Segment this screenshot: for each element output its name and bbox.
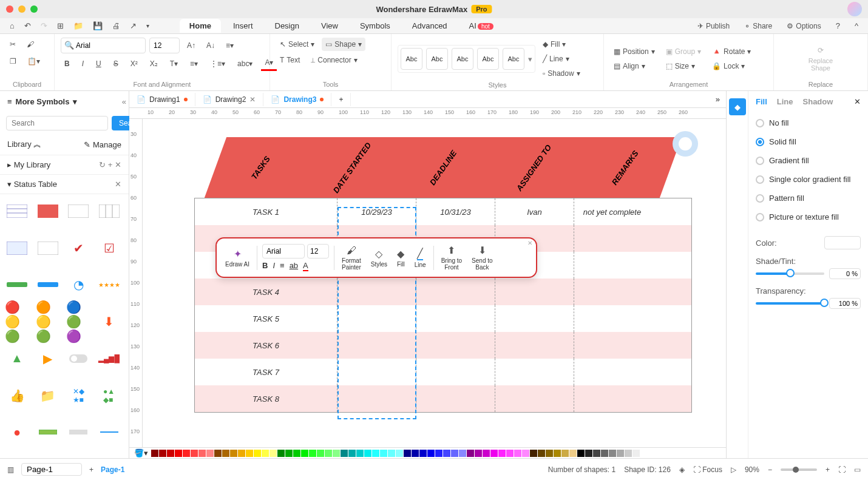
symbol-toggle[interactable] bbox=[66, 346, 90, 371]
replace-shape-button[interactable]: ⟳Replace Shape bbox=[805, 44, 836, 74]
color-swatch-item[interactable] bbox=[159, 450, 166, 457]
table-cell[interactable]: TASK 7 bbox=[195, 359, 337, 385]
user-avatar[interactable] bbox=[847, 2, 862, 16]
color-swatch-item[interactable] bbox=[175, 450, 182, 457]
symbol-table1[interactable] bbox=[5, 199, 29, 223]
context-line[interactable]: ╱Line bbox=[412, 246, 429, 269]
table-row[interactable]: TASK 4 bbox=[195, 279, 691, 305]
color-swatch-item[interactable] bbox=[538, 450, 545, 457]
edraw-ai-button[interactable]: ✦Edraw AI bbox=[223, 247, 252, 269]
increase-font-button[interactable]: A↑ bbox=[183, 39, 199, 52]
context-size-select[interactable] bbox=[307, 244, 329, 259]
color-swatch-item[interactable] bbox=[412, 450, 419, 457]
color-swatch-item[interactable] bbox=[554, 450, 561, 457]
italic-button[interactable]: I bbox=[78, 57, 87, 70]
table-cell[interactable] bbox=[416, 359, 495, 385]
color-swatch-item[interactable] bbox=[427, 450, 435, 457]
symbol-shapes1[interactable]: ✕◆★■ bbox=[66, 384, 90, 408]
table-cell[interactable] bbox=[416, 332, 495, 359]
color-swatch-item[interactable] bbox=[277, 450, 285, 457]
page-tab[interactable]: Page-1 bbox=[101, 465, 124, 474]
position-dropdown[interactable]: ▦ Position▾ bbox=[610, 45, 659, 58]
fill-option[interactable]: Picture or texture fill bbox=[756, 208, 861, 226]
fit-width-icon[interactable]: ▭ bbox=[854, 465, 861, 474]
symbol-table2[interactable] bbox=[36, 199, 60, 223]
color-swatch-item[interactable] bbox=[435, 450, 442, 457]
color-swatch-item[interactable] bbox=[167, 450, 174, 457]
symbol-table4[interactable] bbox=[97, 199, 121, 223]
outline-view-icon[interactable]: ▥ bbox=[7, 465, 14, 474]
group-dropdown[interactable]: ▣ Group▾ bbox=[662, 45, 705, 58]
decrease-font-button[interactable]: A↓ bbox=[203, 39, 219, 52]
text-effects-button[interactable]: T▾ bbox=[166, 57, 181, 70]
fill-tab[interactable]: Fill bbox=[756, 97, 767, 106]
save-button[interactable]: 💾 bbox=[89, 20, 106, 32]
presentation-icon[interactable]: ▷ bbox=[731, 465, 736, 474]
zoom-value[interactable]: 90% bbox=[745, 465, 759, 474]
tab-design[interactable]: Design bbox=[265, 19, 309, 33]
line-tab[interactable]: Line bbox=[777, 97, 793, 106]
color-swatch-item[interactable] bbox=[183, 450, 190, 457]
table-cell[interactable] bbox=[574, 385, 650, 412]
doc-tab-3[interactable]: 📄 Drawing3 bbox=[263, 93, 331, 106]
align-shape-dropdown[interactable]: ▤ Align▾ bbox=[610, 59, 659, 73]
doc-tab-2[interactable]: 📄 Drawing2✕ bbox=[195, 93, 264, 106]
table-cell[interactable]: Ivan bbox=[495, 198, 574, 225]
color-swatch-item[interactable] bbox=[198, 450, 206, 457]
symbol-shapes2[interactable]: ●▲◆■ bbox=[97, 384, 121, 408]
shade-value[interactable] bbox=[829, 268, 861, 279]
symbol-triangle[interactable]: ▲ bbox=[5, 346, 29, 371]
publish-button[interactable]: ✈ Publish bbox=[694, 19, 733, 33]
color-swatch-item[interactable] bbox=[396, 450, 403, 457]
table-cell[interactable] bbox=[495, 305, 574, 332]
color-swatch-item[interactable] bbox=[317, 450, 324, 457]
close-panel-icon[interactable]: ✕ bbox=[854, 97, 861, 106]
close-window-button[interactable] bbox=[6, 5, 13, 13]
minimize-window-button[interactable] bbox=[18, 5, 25, 13]
color-swatch-item[interactable] bbox=[309, 450, 316, 457]
shadow-tab[interactable]: Shadow bbox=[803, 97, 833, 106]
close-toolbar-icon[interactable]: ✕ bbox=[527, 240, 532, 246]
symbol-line-blue[interactable] bbox=[97, 420, 121, 444]
add-page-button[interactable]: + bbox=[89, 465, 93, 474]
color-swatch-item[interactable] bbox=[530, 450, 537, 457]
align-dropdown[interactable]: ≡▾ bbox=[222, 39, 237, 52]
undo-button[interactable]: ↶ bbox=[21, 20, 35, 32]
context-color[interactable]: A bbox=[303, 261, 308, 271]
symbol-table3[interactable] bbox=[66, 199, 90, 223]
symbol-arrow-down[interactable]: ⬇ bbox=[97, 309, 121, 334]
fill-option[interactable]: Pattern fill bbox=[756, 189, 861, 208]
symbol-pie[interactable]: ◔ bbox=[66, 272, 90, 297]
export-button[interactable]: ↗ bbox=[126, 20, 140, 32]
transparency-value[interactable] bbox=[829, 298, 861, 309]
color-swatch-item[interactable] bbox=[388, 450, 395, 457]
context-send-back[interactable]: ⬇Send to Back bbox=[469, 243, 495, 272]
tab-insert[interactable]: Insert bbox=[223, 19, 263, 33]
table-cell[interactable]: TASK 8 bbox=[195, 385, 337, 412]
table-cell[interactable] bbox=[495, 385, 574, 412]
panel-title[interactable]: ≡ More Symbols▾ bbox=[0, 91, 129, 112]
color-swatch-item[interactable] bbox=[593, 450, 600, 457]
color-swatch-item[interactable] bbox=[151, 450, 158, 457]
connector-tool[interactable]: ⟂ Connector▾ bbox=[307, 53, 361, 67]
table-cell[interactable]: not yet complete bbox=[574, 198, 650, 225]
symbol-lights3[interactable]: 🔵🟢🟣 bbox=[66, 309, 90, 334]
underline-button[interactable]: U bbox=[92, 57, 105, 70]
table-row[interactable]: TASK 8 bbox=[195, 385, 691, 412]
color-swatch-item[interactable] bbox=[254, 450, 261, 457]
color-swatch-item[interactable] bbox=[514, 450, 521, 457]
table-cell[interactable] bbox=[495, 279, 574, 305]
zoom-in-button[interactable]: + bbox=[826, 465, 830, 474]
table-cell[interactable]: TASK 5 bbox=[195, 305, 337, 332]
table-cell[interactable]: TASK 6 bbox=[195, 332, 337, 359]
fit-page-icon[interactable]: ⛶ bbox=[838, 465, 846, 474]
symbol-play[interactable]: ▶ bbox=[36, 346, 60, 371]
color-swatch-item[interactable] bbox=[191, 450, 198, 457]
rotate-dropdown[interactable]: 🔺 Rotate▾ bbox=[708, 45, 754, 58]
line-spacing-button[interactable]: ≡▾ bbox=[186, 57, 202, 70]
quick-style-2[interactable]: Abc bbox=[426, 48, 448, 70]
color-swatch-item[interactable] bbox=[498, 450, 506, 457]
symbol-check-box[interactable]: ☑ bbox=[97, 236, 121, 260]
color-swatch-item[interactable] bbox=[569, 450, 577, 457]
color-swatch-item[interactable] bbox=[561, 450, 569, 457]
